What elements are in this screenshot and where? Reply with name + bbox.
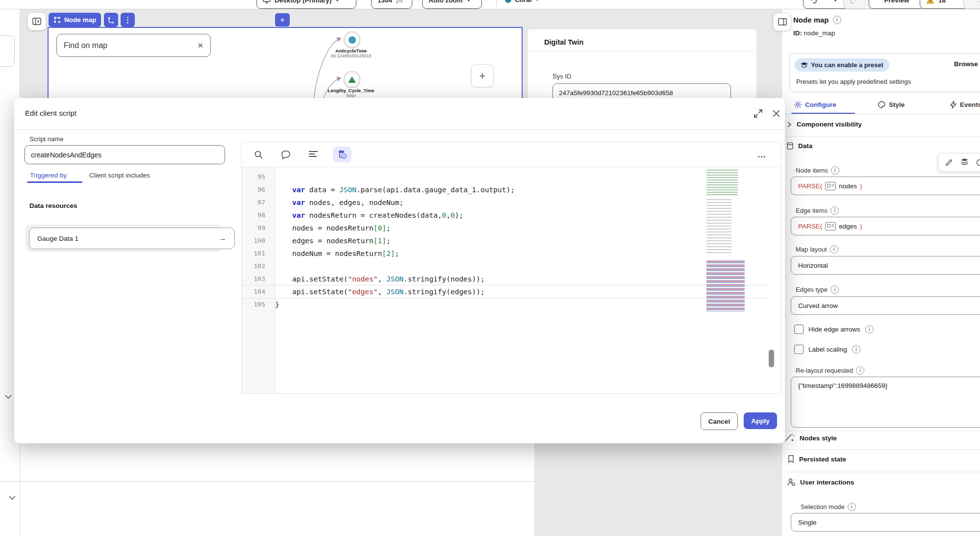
code-line[interactable]: 99 nodes = nodesReturn[0]; [242, 222, 768, 234]
close-modal-icon[interactable] [772, 109, 781, 118]
edges-type-select[interactable]: Curved arrow [791, 296, 980, 315]
tab-triggered-by[interactable]: Triggered by [30, 172, 67, 179]
find-on-map-input[interactable]: Find on map ✕ [56, 34, 211, 57]
editor-lint-button[interactable] [333, 147, 352, 162]
edge-items-field[interactable]: PARSE( edges ) [791, 217, 980, 235]
info-icon[interactable]: i [848, 503, 856, 511]
chevron-down-icon[interactable] [8, 495, 17, 501]
code-line[interactable]: 97 var nodes, edges, nodeNum; [242, 196, 768, 209]
editor-format-button[interactable] [305, 147, 321, 162]
app-canvas[interactable]: Find on map ✕ AnticycleTime 69.124891501… [48, 27, 523, 107]
selection-mode-label: Selection mode i [801, 503, 856, 511]
browse-presets-button[interactable]: Browse [954, 60, 978, 68]
theme-selector[interactable]: Coral [505, 0, 539, 8]
parse-close: ) [860, 182, 862, 190]
graph-node[interactable] [344, 31, 360, 48]
tab-events[interactable]: Events [950, 101, 980, 108]
editor-minimap[interactable] [706, 170, 752, 317]
pencil-icon[interactable] [945, 158, 953, 166]
info-icon[interactable]: i [830, 285, 839, 294]
code-line[interactable]: 102 [242, 260, 768, 273]
tab-style[interactable]: Style [878, 101, 905, 108]
selection-mode-select[interactable]: Single [791, 513, 980, 532]
issues-button[interactable]: 18 [920, 0, 968, 9]
data-stack-icon[interactable] [961, 158, 968, 166]
edge-items-ref: edges [839, 223, 857, 230]
monitor-icon [263, 0, 271, 3]
line-content: edges = nodesReturn[1]; [275, 234, 391, 247]
hide-edge-arrows-checkbox[interactable] [794, 325, 804, 334]
chevron-down-icon[interactable] [4, 394, 13, 400]
info-icon[interactable]: i [865, 325, 874, 333]
zoom-selector[interactable]: Auto zoom [422, 0, 482, 9]
editor-more-button[interactable]: … [754, 147, 770, 162]
select-parent-button[interactable] [104, 13, 118, 27]
modal-title: Edit client script [25, 109, 76, 117]
selected-component-chip[interactable]: Node map [49, 13, 101, 27]
code-line[interactable]: 95 [242, 171, 768, 183]
info-icon[interactable]: i [833, 16, 841, 24]
info-circle-icon[interactable] [976, 159, 980, 166]
section-persisted-state[interactable]: Persisted state [788, 455, 846, 463]
data-resource-card[interactable]: Gauge Data 1 → [29, 228, 235, 249]
field-label: Re-layout requested [796, 367, 853, 374]
clear-search-icon[interactable]: ✕ [197, 41, 203, 50]
preview-label: Preview [884, 0, 909, 4]
editor-search-button[interactable] [251, 147, 266, 162]
gear-icon [794, 101, 802, 108]
node-items-label: Node items i [796, 166, 839, 175]
expand-modal-icon[interactable] [754, 109, 763, 118]
device-selector[interactable]: Desktop (Primary) [256, 0, 356, 9]
left-partial-card[interactable] [0, 35, 15, 67]
section-data[interactable]: Data [787, 142, 812, 150]
editor-scrollbar-thumb[interactable] [769, 350, 774, 367]
info-icon[interactable]: i [831, 166, 839, 175]
info-icon[interactable]: i [856, 366, 864, 375]
graph-node[interactable] [344, 71, 360, 88]
viewport-width-input[interactable]: 1304 px [371, 0, 412, 9]
preset-pill: You can enable a preset [795, 58, 889, 72]
relayout-textarea[interactable]: {"timestamp":1699889486659} [791, 377, 980, 428]
tab-client-script-includes[interactable]: Client script includes [89, 172, 150, 179]
chevron-right-icon [787, 121, 792, 128]
info-icon[interactable]: i [852, 345, 860, 354]
code-line[interactable]: 98 var nodesReturn = createNodes(data,0,… [242, 209, 768, 222]
editor-comment-button[interactable] [278, 147, 294, 162]
cancel-button[interactable]: Cancel [701, 412, 738, 430]
map-layout-select[interactable]: Horizontal [791, 256, 980, 275]
preview-button[interactable]: Preview [869, 0, 925, 9]
section-component-visibility[interactable]: Component visibility [787, 121, 862, 128]
code-line[interactable]: 96 var data = JSON.parse(api.data.gauge_… [242, 183, 768, 196]
section-user-interactions[interactable]: User interactions [787, 478, 854, 486]
save-button[interactable]: Save [963, 0, 980, 9]
field-label: Edge items [796, 207, 828, 214]
add-tab-button[interactable]: + [275, 13, 290, 26]
code-lines[interactable]: 9596 var data = JSON.parse(api.data.gaug… [242, 171, 768, 311]
label-scaling-checkbox[interactable] [794, 345, 804, 354]
style-pen-icon [785, 434, 795, 442]
info-icon[interactable]: i [830, 206, 839, 215]
app-window: Desktop (Primary) 1304 px Auto zoom Cora… [0, 0, 980, 536]
component-menu-button[interactable]: ⋮ [121, 13, 135, 27]
field-label: Edges type [796, 286, 828, 293]
code-line[interactable]: 103 api.setState("nodes", JSON.stringify… [242, 273, 768, 285]
toggle-left-panel-button[interactable] [27, 12, 46, 30]
node-items-field[interactable]: PARSE( nodes ) [791, 177, 980, 195]
apply-button[interactable]: Apply [744, 412, 777, 429]
minimap-block [706, 170, 738, 195]
map-zoom-in-button[interactable]: + [471, 64, 494, 87]
code-line[interactable]: 101 nodeNum = nodesReturn[2]; [242, 247, 768, 260]
tab-configure[interactable]: Configure [794, 101, 836, 108]
section-nodes-style[interactable]: Nodes style [785, 434, 837, 442]
section-label: User interactions [800, 479, 854, 486]
config-panel: Node map i ID: node_map You can enable a… [781, 0, 980, 536]
script-name-input[interactable]: createNodesAndEdges [25, 145, 225, 164]
code-line[interactable]: 104 api.setState("edges", JSON.stringify… [242, 285, 768, 298]
relayout-value: {"timestamp":1699889486659} [798, 382, 887, 389]
code-line[interactable]: 100 edges = nodesReturn[1]; [242, 234, 768, 247]
code-line[interactable]: 105} [242, 298, 768, 311]
toggle-right-panel-button[interactable] [773, 13, 791, 31]
info-icon[interactable]: i [830, 245, 838, 254]
selection-mode-value: Single [798, 519, 980, 526]
field-label: Node items [796, 167, 828, 174]
